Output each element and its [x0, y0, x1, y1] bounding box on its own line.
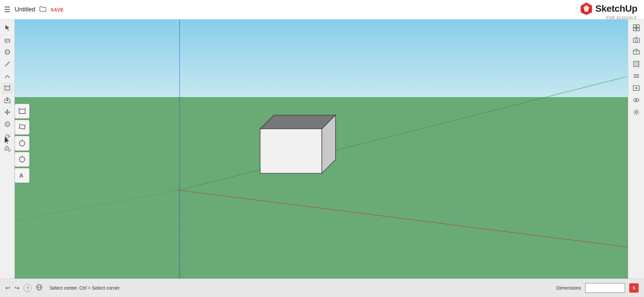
redo-button[interactable]: ↪ — [14, 284, 19, 292]
svg-rect-35 — [19, 109, 25, 114]
save-button[interactable]: SAVE — [51, 7, 64, 12]
svg-point-16 — [5, 51, 10, 53]
tool-tape[interactable] — [2, 131, 13, 142]
status-message: Select center. Ctrl = Select corner. — [50, 285, 553, 291]
tool-line[interactable] — [2, 58, 13, 70]
tool-push-pull[interactable] — [2, 94, 13, 106]
document-title: Untitled — [15, 6, 35, 13]
header: ☰ Untitled SAVE — [0, 0, 644, 19]
svg-rect-47 — [637, 25, 639, 27]
right-tool-settings[interactable] — [631, 106, 642, 118]
svg-marker-26 — [6, 109, 8, 111]
viewport[interactable] — [15, 19, 628, 279]
svg-marker-23 — [6, 99, 9, 101]
svg-point-32 — [6, 135, 9, 138]
svg-marker-29 — [9, 111, 10, 113]
right-toolbar — [628, 19, 644, 279]
svg-rect-56 — [635, 63, 638, 65]
svg-marker-61 — [636, 87, 638, 89]
right-tool-views[interactable] — [631, 22, 642, 33]
dimensions-label: Dimensions — [557, 285, 581, 291]
tool-shape[interactable] — [2, 82, 13, 94]
sky — [15, 19, 628, 97]
help-button[interactable]: ? — [23, 284, 31, 292]
svg-rect-55 — [634, 61, 639, 67]
left-toolbar — [0, 19, 15, 279]
right-tool-scenes[interactable] — [631, 82, 642, 94]
tool-select[interactable] — [2, 22, 13, 33]
svg-rect-18 — [5, 86, 10, 90]
svg-rect-49 — [637, 28, 639, 31]
right-tool-display[interactable] — [631, 94, 642, 106]
submenu-rectangle[interactable] — [15, 104, 29, 119]
svg-point-31 — [6, 123, 8, 125]
svg-point-34 — [8, 149, 10, 151]
logo-sub: FOR SCHOOLS — [606, 16, 637, 20]
svg-point-15 — [5, 50, 10, 54]
svg-point-63 — [635, 99, 637, 101]
undo-button[interactable]: ↩ — [5, 284, 10, 292]
tool-move[interactable] — [2, 106, 13, 118]
dimensions-input[interactable] — [585, 283, 625, 293]
sketchup-logo-icon — [579, 2, 593, 16]
svg-text:A: A — [19, 173, 23, 178]
statusbar: ↩ ↪ ? Select center. Ctrl = Select corne… — [0, 279, 644, 297]
svg-point-51 — [635, 40, 637, 42]
svg-line-17 — [5, 62, 10, 66]
3d-box — [259, 105, 340, 180]
right-tool-layers[interactable] — [631, 70, 642, 82]
sketchup-badge[interactable]: S — [629, 283, 639, 293]
right-tool-components[interactable] — [631, 58, 642, 70]
globe-button[interactable] — [36, 284, 43, 293]
tool-paint[interactable] — [2, 143, 13, 154]
tool-arc[interactable] — [2, 70, 13, 82]
svg-point-39 — [19, 141, 25, 146]
svg-rect-46 — [633, 25, 636, 27]
svg-point-64 — [635, 111, 637, 113]
submenu-circle[interactable] — [15, 136, 29, 151]
tool-eraser[interactable] — [2, 34, 13, 46]
svg-marker-27 — [6, 114, 8, 115]
svg-rect-38 — [19, 125, 25, 129]
logo-text: SketchUp — [595, 3, 637, 14]
submenu-rotated-rectangle[interactable] — [15, 120, 29, 135]
right-tool-camera[interactable] — [631, 34, 642, 46]
svg-marker-10 — [260, 129, 322, 173]
tool-offset[interactable] — [2, 119, 13, 130]
submenu-3d-text[interactable]: A — [15, 168, 29, 183]
svg-point-41 — [19, 157, 25, 162]
menu-icon[interactable]: ☰ — [4, 5, 11, 14]
submenu-polygon[interactable] — [15, 152, 29, 167]
svg-marker-28 — [5, 111, 6, 113]
svg-point-30 — [5, 122, 10, 127]
sketchup-logo: SketchUp FOR SCHOOLS — [579, 2, 637, 20]
tool-orbit[interactable] — [2, 46, 13, 58]
shape-submenu: A — [15, 104, 29, 183]
folder-icon[interactable] — [39, 5, 47, 14]
right-tool-3dshapes[interactable] — [631, 46, 642, 58]
svg-rect-48 — [633, 28, 636, 31]
